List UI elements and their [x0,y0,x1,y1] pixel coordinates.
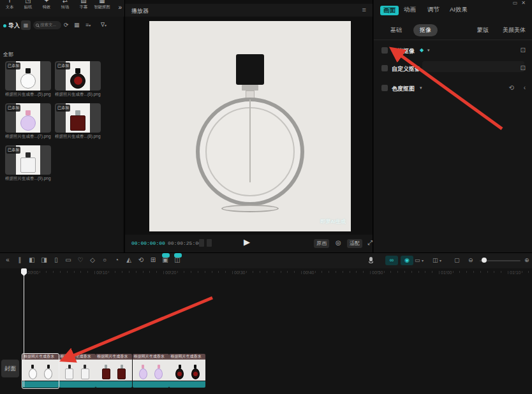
media-item[interactable]: 已添加根据照片生成香...(6).png [55,61,101,98]
collapse-tracks-icon[interactable]: « [3,256,13,263]
media-filename: 根据照片生成香...(7).png [5,134,51,140]
delete-right-icon[interactable]: ◨ [39,256,49,263]
timeline-clip[interactable]: 根据照片生成香水 [96,354,132,388]
sort-icon[interactable]: ≡▾ [85,20,91,30]
zoom-slider-knob[interactable] [482,258,487,263]
reset-icon[interactable]: ⟲ [509,84,514,91]
filter-icon[interactable]: ∇▾ [101,20,107,30]
import-button[interactable]: 导入 [3,20,20,31]
rotate-icon[interactable]: ⟲ [136,256,146,263]
fullscreen-icon[interactable]: ⤢ [367,239,373,247]
timeline-clip[interactable]: 根据照片生成香水 [59,354,96,388]
playhead-line[interactable] [24,268,24,387]
option-row-色度抠图[interactable]: 色度抠图▾⟲‹ [374,83,532,96]
toolbar-item-label: 转场 [57,4,74,10]
player-menu-icon[interactable]: ≡ [362,6,366,13]
crop-icon[interactable]: ⊞ [148,256,158,263]
collapse-icon[interactable]: ‹ [524,84,526,91]
mirror-icon[interactable]: ◭ [124,256,134,263]
option-checkbox[interactable] [381,85,388,91]
restore-window-icon[interactable]: ▭ [513,0,522,6]
expand-caret-icon[interactable]: ▾ [427,48,430,53]
toolbar-item-1[interactable]: T文本 [0,0,19,10]
speed-icon[interactable]: ◔ [112,256,122,263]
track-dropdown[interactable]: ◫ ▾ [432,257,441,263]
option-row-自定义抠像[interactable]: 自定义抠像⊡ [374,63,532,76]
split-icon[interactable]: ∥ [15,256,25,263]
delete-left-icon[interactable]: ◧ [27,256,37,263]
subtab-基础[interactable]: 基础 [384,24,408,36]
mirror-preview-icon[interactable]: ◎ [336,239,341,246]
clip-audio-strip [133,381,169,388]
apply-icon[interactable]: ⊡ [521,64,526,71]
ruler-minor-tick [522,271,522,273]
mask-icon[interactable]: ♡ [75,256,85,263]
toolbar-item-4[interactable]: ⇄转场 [55,0,75,10]
perfume-bottle-glyph [20,151,36,173]
freeze-frame-icon[interactable]: ▭ [63,256,73,263]
microphone-icon[interactable] [369,257,373,263]
chroma-icon[interactable]: ○ [100,256,110,263]
media-item[interactable]: 已添加根据照片生成香...(5).png [5,61,51,98]
ruler-minor-tick [260,271,260,273]
shape-icon[interactable]: ◇ [87,256,98,263]
toolbar-item-3[interactable]: ✦特效 [37,0,56,10]
preview-canvas[interactable]: 即梦AI生成 [149,21,351,231]
option-checkbox[interactable] [381,65,388,71]
subtab-美颜美体[interactable]: 美颜美体 [496,24,532,36]
timeline-ruler[interactable]: 00:0000:1000:2000:3000:4000:5001:0001:10 [0,268,532,277]
toolbar-more-icon[interactable]: » [118,4,122,11]
ruler-minor-tick [494,271,494,273]
timeline-clip[interactable]: 根据照片生成香水 [133,354,169,388]
category-label[interactable]: 全部 [3,51,13,58]
toolbar-item-2[interactable]: ◳贴纸 [18,0,38,10]
tab-动画[interactable]: 动画 [404,6,416,14]
apply-icon[interactable]: ⊡ [521,47,526,54]
tab-画面[interactable]: 画面 [380,6,399,15]
magnet-toggle[interactable]: ∞ [385,256,398,265]
toolbar-item-6[interactable]: ▦智能抠图 [88,0,116,10]
quality-button[interactable]: 原画 [314,239,329,248]
extract-frame-icon[interactable]: ◫ [172,256,182,263]
expand-caret-icon[interactable]: ▾ [420,85,422,91]
ruler-minor-tick [321,271,322,273]
tab-AI效果[interactable]: AI效果 [450,6,468,14]
snapshot-icon[interactable]: ▣ [160,256,170,263]
refresh-icon[interactable]: ⟳ [64,20,69,29]
clip-audio-strip [59,381,96,388]
ratio-button[interactable]: 适配 [347,239,362,248]
timeline-clip[interactable]: 根据照片生成香水 [169,354,205,388]
subtab-抠像[interactable]: 抠像 [413,24,438,36]
ruler-minor-tick [80,271,81,273]
option-checkbox[interactable] [381,47,388,54]
added-badge: 已添加 [56,105,70,112]
ruler-minor-tick [501,271,501,273]
record-icon[interactable]: ▢ [454,257,460,263]
media-item[interactable]: 已添加根据照片生成香...(8).png [55,103,101,140]
ruler-minor-tick [67,271,68,273]
search-input[interactable]: 搜索文... [33,21,61,29]
subtab-蒙版[interactable]: 蒙版 [471,24,495,36]
new-feature-badge [162,253,170,258]
media-thumbnail: 已添加 [5,61,51,91]
player-controls: 00:00:00:00 00:00:25:00 ▶ 原画 ◎ 适配 ⤢ [125,235,373,252]
view-grid-button[interactable]: ▦ [21,20,31,30]
ruler-minor-tick [212,271,212,273]
layout-toggle-icon[interactable]: ▦ [74,20,80,29]
option-row-智能抠像[interactable]: 智能抠像◆▾⊡ [374,45,532,58]
media-item[interactable]: 已添加根据照片生成香...(9).png [5,145,51,182]
frame-step-icon[interactable] [199,239,204,247]
search-icon [36,24,39,27]
timeline-clip[interactable]: 根据照片生成香水 [22,354,59,388]
link-toggle[interactable]: ◉ [401,256,413,265]
play-button[interactable]: ▶ [244,237,250,247]
zoom-out-icon[interactable]: ⊖ [468,257,473,263]
frame-step-icon[interactable] [207,239,212,247]
delete-icon[interactable]: ▯ [51,256,61,263]
media-item[interactable]: 已添加根据照片生成香...(7).png [5,103,51,140]
close-window-icon[interactable]: ✕ [521,0,529,6]
pip-dropdown[interactable]: ▭ ▾ [415,257,424,263]
tab-调节[interactable]: 调节 [427,6,440,14]
cover-button[interactable]: 封面 [1,360,19,377]
zoom-in-icon[interactable]: ⊕ [524,257,529,263]
